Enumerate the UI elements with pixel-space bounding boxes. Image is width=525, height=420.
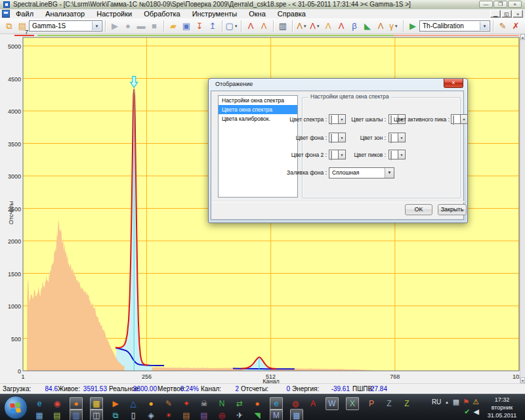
active-peak-color-swatch[interactable]: [453, 116, 454, 125]
triangle-app-icon[interactable]: △: [128, 398, 138, 409]
dropdown-arrow-icon[interactable]: ▼: [92, 22, 101, 30]
ie2-icon[interactable]: e: [270, 397, 283, 410]
scale-color-swatch[interactable]: [390, 116, 392, 125]
rdp-icon[interactable]: ▦: [34, 410, 45, 420]
z-dark-icon[interactable]: Z: [384, 398, 394, 409]
flame-icon[interactable]: ✴: [163, 410, 174, 420]
edit-calibration-icon[interactable]: ✎: [496, 20, 509, 33]
settings-category-item[interactable]: Настройки окна спектра: [219, 96, 297, 105]
dropdown-arrow-icon[interactable]: ▼: [339, 114, 346, 124]
start-button[interactable]: [4, 396, 28, 419]
pen-app-icon[interactable]: ✎: [163, 398, 174, 409]
film-icon[interactable]: ▥: [70, 409, 83, 420]
peaks-color-swatch[interactable]: [390, 151, 392, 160]
spectrum-color-swatch[interactable]: [331, 116, 332, 125]
spectrum-pages-icon[interactable]: ⧉: [3, 20, 16, 33]
search-peaks-icon[interactable]: Λ▼: [295, 20, 308, 33]
open-file-icon[interactable]: ▰: [167, 20, 180, 33]
import-spectrum-icon[interactable]: ↧: [193, 20, 206, 33]
gamma-peak-icon[interactable]: γ▼: [387, 20, 400, 33]
settings-category-item[interactable]: Цвета калибровок.: [219, 114, 297, 123]
excel-icon[interactable]: X: [346, 397, 359, 410]
cancel-button[interactable]: Закрыть: [438, 204, 467, 215]
menu-settings[interactable]: Настройки: [95, 10, 133, 18]
ie-icon[interactable]: e: [34, 398, 45, 409]
background2-color-picker[interactable]: ▼: [329, 150, 346, 159]
powerpoint-icon[interactable]: P: [366, 398, 377, 409]
peak-small-icon[interactable]: Λ: [244, 20, 257, 33]
movie-maker-icon[interactable]: M: [270, 409, 283, 420]
menu-analyzer[interactable]: Анализатор: [44, 10, 86, 18]
fill-mode-combo[interactable]: Сплошная▼: [329, 167, 394, 178]
menu-tools[interactable]: Инструменты: [191, 10, 239, 18]
detector-combo[interactable]: Gamma-1S▼: [29, 20, 102, 32]
notes-icon[interactable]: ▤: [52, 410, 62, 420]
stop-icon[interactable]: ■: [148, 20, 161, 33]
mdi-restore-button[interactable]: ◱: [501, 10, 512, 18]
dual-monitor-icon[interactable]: ▦: [453, 398, 459, 406]
warning-icon[interactable]: ⚠: [472, 398, 479, 406]
winrar-icon[interactable]: ▤: [199, 410, 209, 420]
wings-peak-icon[interactable]: Λ: [335, 20, 348, 33]
run-calibration-icon[interactable]: ▶: [406, 20, 419, 33]
nuclide-peak-icon[interactable]: Λ: [322, 20, 335, 33]
red-star-app-icon[interactable]: ✦: [181, 398, 192, 409]
n-app-icon[interactable]: N: [217, 398, 227, 409]
dropdown-arrow-icon[interactable]: ▼: [398, 133, 406, 142]
peaks-color-picker[interactable]: ▼: [388, 150, 406, 159]
dropdown-arrow-icon[interactable]: ▼: [339, 133, 346, 142]
settings-category-list[interactable]: Настройки окна спектраЦвета окна спектра…: [218, 95, 298, 198]
dropdown-arrow-icon[interactable]: ▼: [394, 24, 398, 28]
minimize-button[interactable]: —: [479, 1, 493, 8]
unknown-peak-icon[interactable]: Λ: [374, 20, 387, 33]
start-acquisition-icon[interactable]: ▶: [108, 20, 121, 33]
dropdown-arrow-icon[interactable]: ▼: [461, 114, 468, 124]
floppy-icon[interactable]: ◫: [90, 409, 103, 420]
corner-green-icon[interactable]: ◥: [252, 410, 262, 420]
zones-color-picker[interactable]: ▼: [388, 133, 406, 142]
settings-category-item[interactable]: Цвета окна спектра: [219, 105, 297, 114]
save-file-icon[interactable]: ▣: [180, 20, 193, 33]
document-icon[interactable]: ▯: [128, 410, 138, 420]
orange-ball-icon[interactable]: ●: [146, 398, 156, 409]
record-icon[interactable]: ●: [121, 20, 135, 33]
zones-color-swatch[interactable]: [390, 134, 392, 143]
menu-file[interactable]: Файл: [14, 10, 35, 18]
dropdown-arrow-icon[interactable]: ▼: [316, 24, 320, 28]
z-green-icon[interactable]: Z: [402, 398, 412, 409]
dropdown-arrow-icon[interactable]: ▼: [234, 24, 238, 28]
tray-expand-icon[interactable]: ▴: [446, 400, 448, 405]
background-color-swatch[interactable]: [331, 134, 332, 143]
dropdown-arrow-icon[interactable]: ▼: [385, 168, 394, 178]
menu-windows[interactable]: Окна: [247, 10, 267, 18]
dropdown-arrow-icon[interactable]: ▼: [339, 150, 346, 159]
plane-icon[interactable]: ✈: [234, 410, 245, 420]
dropdown-arrow-icon[interactable]: ▼: [480, 22, 489, 30]
vertical-scrollbar[interactable]: ▲ ▼: [520, 34, 525, 383]
spectrum-color-picker[interactable]: ▼: [329, 114, 346, 124]
delete-peaks-icon[interactable]: ✗: [509, 20, 522, 33]
copy-icon[interactable]: ⧉: [110, 410, 121, 420]
menu-processing[interactable]: Обработка: [142, 10, 181, 18]
pause-icon[interactable]: ▬: [135, 20, 148, 33]
chrome-icon[interactable]: ◉: [52, 398, 62, 409]
taskbar-clock[interactable]: 17:32 вторник 31.05.2011: [482, 396, 522, 419]
scroll-up-arrow[interactable]: ▲: [520, 34, 525, 40]
swirl-app-icon[interactable]: ◍: [290, 398, 301, 409]
mdi-close-button[interactable]: ×: [513, 10, 523, 18]
opera-icon[interactable]: ◎: [217, 410, 227, 420]
skull-app-icon[interactable]: ☠: [199, 398, 209, 409]
acrobat-icon[interactable]: A: [308, 398, 318, 409]
active-peak-color-picker[interactable]: ▼: [451, 114, 468, 124]
window-view-icon[interactable]: ▢▼: [225, 20, 238, 33]
spectra-app-icon[interactable]: ▩: [90, 397, 103, 410]
efficiency-icon[interactable]: ◣: [361, 20, 374, 33]
beta-peak-icon[interactable]: β: [348, 20, 361, 33]
mdi-minimize-button[interactable]: ▁: [490, 10, 501, 18]
antivirus-ok-icon[interactable]: ✔: [464, 408, 470, 416]
dropdown-arrow-icon[interactable]: ▼: [303, 24, 307, 28]
menu-help[interactable]: Справка: [276, 10, 307, 18]
language-indicator[interactable]: RU: [432, 398, 441, 406]
scroll-down-arrow[interactable]: ▼: [520, 377, 525, 383]
mark-peak-icon[interactable]: Λ▼: [308, 20, 322, 33]
